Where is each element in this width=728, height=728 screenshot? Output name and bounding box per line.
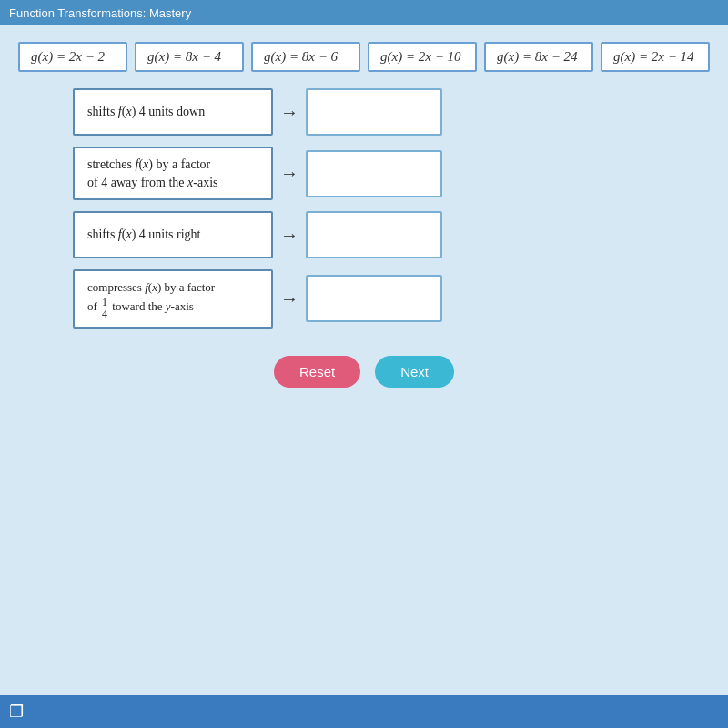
answer-options-grid: g(x) = 2x − 2 g(x) = 8x − 4 g(x) = 8x − …: [18, 42, 710, 72]
matching-section: shifts f(x) 4 units down → stretches f(x…: [18, 88, 710, 329]
button-row: Reset Next: [18, 356, 710, 388]
top-bar-title: Function Transformations: Mastery: [9, 6, 191, 20]
answer-option-2[interactable]: g(x) = 8x − 4: [135, 42, 244, 72]
match-left-3: shifts f(x) 4 units right: [73, 211, 273, 258]
match-row-2: stretches f(x) by a factorof 4 away from…: [73, 147, 710, 200]
match-row-4: compresses f(x) by a factorof 14 toward …: [73, 269, 710, 329]
arrow-1: →: [273, 102, 306, 123]
answer-option-5[interactable]: g(x) = 8x − 24: [484, 42, 593, 72]
arrow-3: →: [273, 225, 306, 246]
match-drop-4[interactable]: [306, 275, 442, 322]
bottom-icon: ❐: [9, 702, 24, 722]
next-button[interactable]: Next: [375, 356, 454, 388]
arrow-2: →: [273, 163, 306, 184]
match-row-3: shifts f(x) 4 units right →: [73, 211, 710, 258]
match-left-4: compresses f(x) by a factorof 14 toward …: [73, 269, 273, 329]
main-content: g(x) = 2x − 2 g(x) = 8x − 4 g(x) = 8x − …: [0, 25, 728, 717]
answer-option-1[interactable]: g(x) = 2x − 2: [18, 42, 127, 72]
match-drop-1[interactable]: [306, 88, 442, 136]
match-drop-2[interactable]: [306, 150, 442, 197]
reset-button[interactable]: Reset: [274, 356, 360, 388]
match-row-1: shifts f(x) 4 units down →: [73, 88, 710, 136]
bottom-bar: ❐: [0, 695, 728, 728]
match-left-2: stretches f(x) by a factorof 4 away from…: [73, 147, 273, 200]
answer-option-4[interactable]: g(x) = 2x − 10: [368, 42, 477, 72]
answer-option-6[interactable]: g(x) = 2x − 14: [601, 42, 710, 72]
match-left-1: shifts f(x) 4 units down: [73, 88, 273, 136]
arrow-4: →: [273, 288, 306, 309]
answer-option-3[interactable]: g(x) = 8x − 6: [251, 42, 360, 72]
match-drop-3[interactable]: [306, 211, 442, 258]
top-bar: Function Transformations: Mastery: [0, 0, 728, 25]
